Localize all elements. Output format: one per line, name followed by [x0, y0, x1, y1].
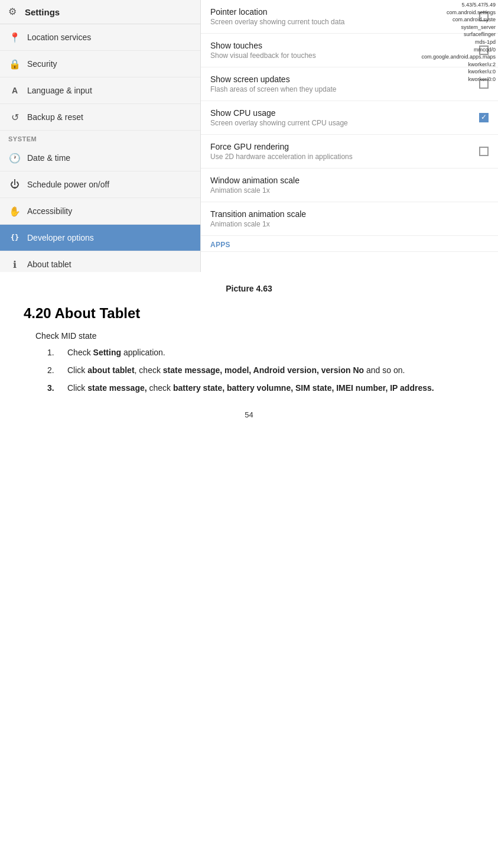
setting-title: Show CPU usage	[210, 108, 348, 118]
settings-sidebar: ⚙ Settings 📍 Location services 🔒 Securit…	[0, 0, 201, 272]
sidebar-item-label: Schedule power on/off	[27, 180, 109, 189]
status-line: com.android.syste	[421, 16, 496, 24]
setting-title: Transition animation scale	[210, 209, 306, 219]
language-icon: A	[8, 84, 21, 97]
checkbox-show-cpu-usage[interactable]	[479, 113, 489, 122]
step-text: Click about tablet, check state message,…	[67, 365, 405, 375]
setting-desc: Use 2D hardware acceleration in applicat…	[210, 153, 353, 161]
sidebar-item-backup-reset[interactable]: ↺ Backup & reset	[0, 104, 200, 131]
sidebar-item-location-services[interactable]: 📍 Location services	[0, 24, 200, 51]
sidebar-item-label: About tablet	[27, 260, 71, 269]
info-icon: ℹ	[8, 258, 21, 271]
status-line: system_server	[421, 24, 496, 31]
accessibility-icon: ✋	[8, 205, 21, 218]
status-line: mmcqd/0	[421, 46, 496, 54]
setting-window-animation-scale[interactable]: Window animation scale Animation scale 1…	[201, 169, 498, 202]
sidebar-header: ⚙ Settings	[0, 0, 200, 24]
section-title: 4.20 About Tablet	[24, 305, 474, 322]
figure-caption: Picture 4.63	[24, 284, 474, 293]
status-bar: 5.43/5.47/5.49 com.android.settings com.…	[421, 1, 496, 83]
status-line: kworker/u:0	[421, 68, 496, 76]
step-3: 3. Click state message, check battery st…	[47, 383, 474, 393]
sidebar-item-date-time[interactable]: 🕐 Date & time	[0, 145, 200, 171]
setting-title: Show screen updates	[210, 75, 336, 84]
sidebar-item-about-tablet[interactable]: ℹ About tablet	[0, 251, 200, 272]
power-icon: ⏻	[8, 178, 21, 191]
step-text: Click state message, check battery state…	[67, 383, 434, 393]
status-line: kworker/u:2	[421, 61, 496, 69]
setting-title: Show touches	[210, 41, 316, 50]
backup-icon: ↺	[8, 111, 21, 124]
checkbox-force-gpu-rendering[interactable]	[479, 147, 489, 156]
system-section-header: SYSTEM	[0, 131, 200, 145]
step-text: Check Setting application.	[67, 348, 165, 357]
setting-desc: Show visual feedback for touches	[210, 51, 316, 60]
sidebar-item-label: Backup & reset	[27, 112, 83, 122]
sidebar-item-developer-options[interactable]: {} Developer options	[0, 225, 200, 251]
page-number: 54	[24, 410, 474, 419]
sidebar-item-label: Security	[27, 59, 57, 69]
setting-title: Window animation scale	[210, 176, 300, 185]
sidebar-item-language-input[interactable]: A Language & input	[0, 77, 200, 104]
steps-list: 1. Check Setting application. 2. Click a…	[47, 348, 474, 393]
status-line: mds-1pd	[421, 38, 496, 46]
status-line: surfaceflinger	[421, 31, 496, 38]
sidebar-item-schedule-power[interactable]: ⏻ Schedule power on/off	[0, 171, 200, 198]
sidebar-item-label: Language & input	[27, 86, 92, 95]
intro-text: Check MID state	[35, 331, 474, 341]
apps-section-label: APPS	[201, 236, 498, 252]
sidebar-title: Settings	[25, 7, 60, 17]
sidebar-item-accessibility[interactable]: ✋ Accessibility	[0, 198, 200, 225]
step-number: 3.	[47, 383, 59, 393]
setting-desc: Animation scale 1x	[210, 220, 306, 228]
status-line: 5.43/5.47/5.49	[421, 1, 496, 9]
sidebar-item-label: Location services	[27, 33, 91, 42]
step-number: 1.	[47, 348, 59, 357]
setting-show-cpu-usage[interactable]: Show CPU usage Screen overlay showing cu…	[201, 101, 498, 135]
lock-icon: 🔒	[8, 57, 21, 70]
developer-icon: {}	[8, 231, 21, 244]
sidebar-item-label: Developer options	[27, 233, 94, 242]
setting-desc: Animation scale 1x	[210, 186, 300, 195]
setting-title: Pointer location	[210, 7, 344, 17]
sidebar-item-label: Date & time	[27, 153, 70, 163]
setting-title: Force GPU rendering	[210, 142, 353, 151]
clock-icon: 🕐	[8, 151, 21, 164]
setting-desc: Screen overlay showing current CPU usage	[210, 119, 348, 127]
location-icon: 📍	[8, 31, 21, 44]
sidebar-item-security[interactable]: 🔒 Security	[0, 51, 200, 77]
step-2: 2. Click about tablet, check state messa…	[47, 365, 474, 375]
status-line: com.android.settings	[421, 9, 496, 17]
screenshot-container: ⚙ Settings 📍 Location services 🔒 Securit…	[0, 0, 498, 272]
sidebar-item-label: Accessibility	[27, 206, 72, 216]
setting-force-gpu-rendering[interactable]: Force GPU rendering Use 2D hardware acce…	[201, 135, 498, 169]
setting-desc: Screen overlay showing current touch dat…	[210, 18, 344, 26]
status-line: kworker/0:0	[421, 76, 496, 83]
page-content: Picture 4.63 4.20 About Tablet Check MID…	[0, 272, 498, 443]
step-number: 2.	[47, 365, 59, 375]
settings-icon: ⚙	[8, 6, 20, 18]
setting-desc: Flash areas of screen when they update	[210, 85, 336, 93]
setting-transition-animation-scale[interactable]: Transition animation scale Animation sca…	[201, 202, 498, 236]
step-1: 1. Check Setting application.	[47, 348, 474, 357]
status-line: com.google.android.apps.maps	[421, 53, 496, 61]
